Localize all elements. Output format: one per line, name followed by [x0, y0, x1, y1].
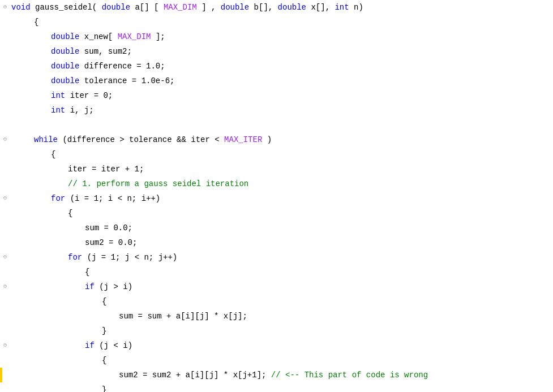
fold-icon-3[interactable]: ⊝ — [0, 191, 10, 206]
fold-icon-4[interactable]: ⊝ — [0, 250, 10, 265]
code-line-4: double sum, sum2; — [0, 44, 553, 59]
code-line-21: { — [0, 294, 553, 309]
code-line-14: ⊝ for (i = 1; i < n; i++) — [0, 191, 553, 206]
code-line-27: } — [0, 382, 553, 392]
code-line-7: int iter = 0; — [0, 88, 553, 103]
code-line-8: int i, j; — [0, 103, 553, 118]
code-line-20: ⊝ if (j > i) — [0, 279, 553, 294]
error-marker — [0, 368, 2, 382]
fold-icon-5[interactable]: ⊝ — [0, 279, 10, 294]
macro-maxdim-1: MAX_DIM — [164, 3, 197, 12]
code-line-17: sum2 = 0.0; — [0, 235, 553, 250]
code-line-5: double difference = 1.0; — [0, 59, 553, 74]
fold-icon-1[interactable]: ⊝ — [0, 0, 10, 15]
code-line-11: { — [0, 147, 553, 162]
code-editor: ⊝ void gauss_seidel( double a[] [ MAX_DI… — [0, 0, 553, 392]
keyword-void: void — [11, 3, 31, 12]
code-line-10: ⊝ while (difference > tolerance && iter … — [0, 132, 553, 147]
code-line-6: double tolerance = 1.0e-6; — [0, 74, 553, 88]
code-line-25: { — [0, 353, 553, 368]
code-line-22: sum = sum + a[i][j] * x[j]; — [0, 309, 553, 324]
code-line-26: sum2 = sum2 + a[i][j] * x[j+1]; // <-- T… — [0, 368, 553, 382]
fold-icon-2[interactable]: ⊝ — [0, 132, 10, 147]
code-line-15: { — [0, 206, 553, 221]
code-line-12: iter = iter + 1; — [0, 162, 553, 176]
code-line-13: // 1. perform a gauss seidel iteration — [0, 176, 553, 191]
code-line-19: { — [0, 265, 553, 279]
code-line-2: { — [0, 15, 553, 29]
code-line-16: sum = 0.0; — [0, 221, 553, 235]
code-line-23: } — [0, 324, 553, 338]
fold-icon-6[interactable]: ⊝ — [0, 338, 10, 353]
code-line-3: double x_new[ MAX_DIM ]; — [0, 29, 553, 44]
code-line-24: ⊝ if (j < i) — [0, 338, 553, 353]
code-line-18: ⊝ for (j = 1; j < n; j++) — [0, 250, 553, 265]
code-line-blank — [0, 118, 553, 132]
code-line-1: ⊝ void gauss_seidel( double a[] [ MAX_DI… — [0, 0, 553, 15]
